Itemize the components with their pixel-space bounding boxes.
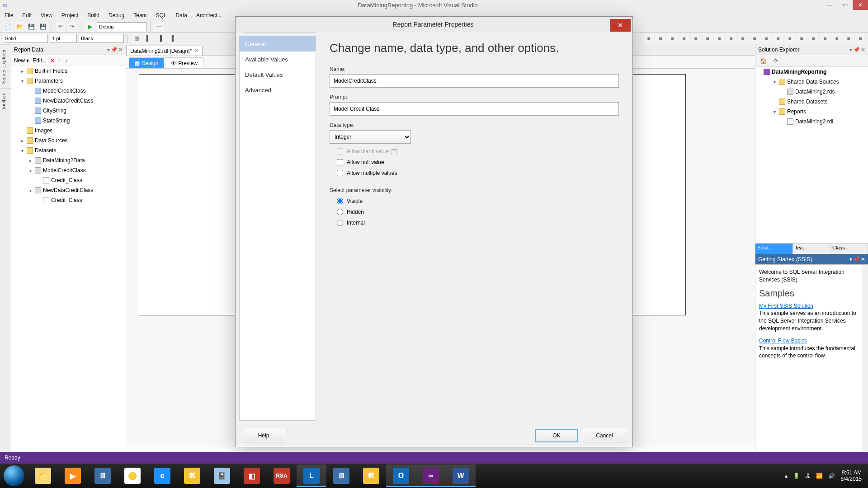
nav-advanced[interactable]: Advanced [240,82,316,98]
taskbar-outlook[interactable]: O [386,465,416,487]
border-color-combo[interactable]: Black [79,34,124,43]
dialog-close-button[interactable]: ✕ [610,19,631,32]
layout-align-icon[interactable]: ≡ [832,33,842,43]
layout-align-icon[interactable]: ≡ [726,33,736,43]
menu-view[interactable]: View [36,12,57,19]
visibility-visible[interactable]: Visible [330,198,619,204]
dropdown-icon[interactable]: ▾ [849,256,852,263]
gs-link-control-flow[interactable]: Control Flow Basics [759,338,807,344]
menu-sql[interactable]: SQL [151,12,171,19]
getting-started-header[interactable]: Getting Started (SSIS) ▾ 📌 ✕ [755,254,868,265]
undo-icon[interactable]: ↶ [56,22,66,32]
shared-data-sources-node[interactable]: Shared Data Sources [755,77,868,87]
document-tab[interactable]: DataMining2.rdl [Design]* ✕ [126,46,203,56]
dataset-datamining2data[interactable]: DataMining2Data [11,155,126,165]
layout-align-icon[interactable]: ≡ [844,33,854,43]
taskbar-media-player[interactable]: ▶ [58,465,88,487]
allow-multiple-check[interactable]: Allow multiple values [330,170,619,176]
dropdown-icon[interactable]: ▾ [107,47,110,53]
layout-align-icon[interactable]: ≡ [703,33,712,43]
config-combo[interactable]: Debug [97,22,146,31]
layout-align-icon[interactable]: ≡ [656,33,665,43]
menu-team[interactable]: Team [129,12,151,19]
taskbar-ssms2[interactable]: 🛠 [356,465,386,487]
param-modelcreditclass[interactable]: ModelCreditClass [11,86,126,96]
border-icon[interactable]: ▦ [132,33,142,43]
mini-tab-class[interactable]: Class... [830,244,868,254]
layout-align-icon[interactable]: ≡ [679,33,689,43]
cancel-button[interactable]: Cancel [583,429,626,442]
edit-button[interactable]: Edit... [33,57,47,64]
dropdown-icon[interactable]: ▾ [849,47,852,53]
server-explorer-tab[interactable]: Server Explorer [0,44,11,88]
taskbar-word[interactable]: W [446,465,476,487]
layout-align-icon[interactable]: ≡ [738,33,748,43]
taskbar-mstsc2[interactable]: 🖥 [326,465,356,487]
close-icon[interactable]: ✕ [861,47,865,53]
menu-project[interactable]: Project [57,12,83,19]
align-center-icon[interactable]: ▐ [155,33,165,43]
taskbar-lync[interactable]: L [297,465,326,487]
window-maximize-button[interactable]: ▭ [837,0,853,10]
dataset-modelcreditclass[interactable]: ModelCreditClass [11,165,126,175]
taskbar-mstsc[interactable]: 🖥 [88,465,118,487]
datasets-node[interactable]: Datasets [11,145,126,155]
toolbar-misc-icon[interactable]: ⋯ [154,22,164,32]
tray-chevron-icon[interactable]: ▴ [785,473,788,479]
window-minimize-button[interactable]: — [822,0,837,10]
save-all-icon[interactable]: 💾 [38,22,48,32]
border-width-combo[interactable]: 1 pt [50,34,77,43]
design-tab[interactable]: ▦Design [129,57,164,68]
layout-align-icon[interactable]: ≡ [750,33,760,43]
menu-file[interactable]: File [0,12,18,19]
visibility-internal[interactable]: Internal [330,220,619,226]
menu-build[interactable]: Build [83,12,104,19]
gs-link-first-ssis[interactable]: My First SSIS Solution [759,303,813,309]
scrollbar[interactable] [862,265,868,462]
layout-align-icon[interactable]: ≡ [808,33,818,43]
layout-align-icon[interactable]: ≡ [761,33,771,43]
taskbar-redgate[interactable]: ◧ [237,465,267,487]
layout-align-icon[interactable]: ≡ [667,33,677,43]
menu-architect[interactable]: Architect... [192,12,226,19]
new-project-icon[interactable]: 📄 [3,22,13,32]
open-file-icon[interactable]: 📂 [14,22,24,32]
solution-explorer-header[interactable]: Solution Explorer ▾ 📌 ✕ [755,44,868,55]
solution-root[interactable]: DataMiningReporting [755,67,868,77]
param-newdatacreditclass[interactable]: NewDataCreditClass [11,96,126,106]
taskbar-notepad[interactable]: 📓 [207,465,237,487]
sds-datamining2[interactable]: DataMining2.rds [755,87,868,97]
preview-tab[interactable]: 👁Preview [165,57,203,68]
param-citystring[interactable]: CityString [11,106,126,116]
dialog-titlebar[interactable]: Report Parameter Properties ✕ [236,17,632,32]
pin-icon[interactable]: 📌 [111,47,118,53]
visibility-hidden[interactable]: Hidden [330,209,619,215]
param-statestring[interactable]: StateString [11,116,126,126]
new-button[interactable]: New ▾ [14,57,29,64]
tray-wifi-icon[interactable]: 📶 [816,473,823,479]
nav-available-values[interactable]: Available Values [240,52,316,67]
ok-button[interactable]: OK [535,429,578,442]
layout-align-icon[interactable]: ≡ [855,33,865,43]
parameters-node[interactable]: Parameters [11,76,126,86]
name-input[interactable] [330,74,619,88]
layout-align-icon[interactable]: ≡ [773,33,783,43]
layout-align-icon[interactable]: ≡ [785,33,795,43]
toolbox-tab[interactable]: Toolbox [0,88,11,115]
start-button[interactable] [4,465,24,486]
dataset-newdata-credit-class-col[interactable]: Credit_Class [11,195,126,205]
tray-volume-icon[interactable]: 🔊 [828,473,835,479]
data-sources-node[interactable]: Data Sources [11,136,126,145]
taskbar-visual-studio[interactable]: ∞ [416,465,446,487]
reports-node[interactable]: Reports [755,107,868,117]
report-datamining2[interactable]: DataMining2.rdl [755,117,868,127]
taskbar-ie[interactable]: e [147,465,177,487]
move-down-icon[interactable]: ↓ [65,57,67,64]
window-close-button[interactable]: ✕ [853,0,868,10]
border-style-combo[interactable]: Solid [3,34,48,43]
align-left-icon[interactable]: ▌ [143,33,153,43]
taskbar-explorer[interactable]: 📁 [28,465,58,487]
nav-default-values[interactable]: Default Values [240,67,316,82]
solution-refresh-icon[interactable]: ⟳ [771,56,781,66]
align-right-icon[interactable]: ▐ [167,33,177,43]
